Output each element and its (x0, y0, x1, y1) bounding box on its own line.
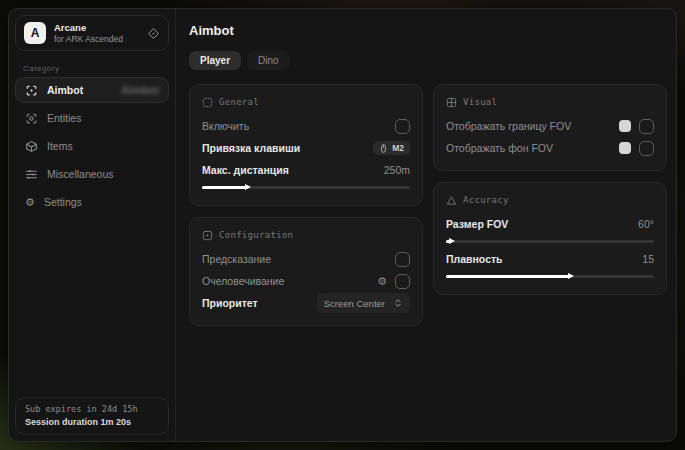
slider-track (446, 240, 654, 243)
crosshair-scan-icon (25, 84, 38, 97)
fov-bg-checkbox[interactable] (639, 141, 654, 156)
tune-box-icon (202, 230, 213, 241)
visual-card: Visual Отображать границу FOV Отображать… (433, 84, 667, 171)
enable-row: Включить (202, 115, 410, 137)
left-column: General Включить Привязка клавиши (189, 84, 423, 326)
smoothness-slider[interactable] (446, 272, 654, 280)
slider-fill (446, 275, 569, 278)
fov-bg-color-swatch[interactable] (619, 142, 631, 154)
app-subtitle: for ARK Ascended (54, 34, 139, 45)
tab-bar: Player Dino (189, 51, 667, 70)
main-content: Aimbot Player Dino General (176, 9, 677, 441)
keybind-row: Привязка клавиши M2 (202, 137, 410, 159)
app-title-block: Arcane for ARK Ascended (54, 22, 139, 45)
sub-expires-text: Sub expires in 24d 15h (25, 404, 159, 414)
ghost-watermark: Aimbot (121, 84, 159, 96)
accuracy-card: Accuracy Размер FOV 60° Плавность (433, 182, 667, 295)
fov-bg-label: Отображать фон FOV (446, 142, 553, 154)
sidebar-item-label: Aimbot (47, 84, 83, 96)
tab-dino[interactable]: Dino (247, 51, 290, 70)
sidebar-item-label: Miscellaneous (47, 168, 114, 180)
slider-fill (446, 240, 450, 243)
triangle-icon (446, 195, 457, 206)
general-card-header: General (202, 94, 410, 110)
fov-size-value: 60° (638, 218, 654, 230)
smoothness-label: Плавность (446, 253, 503, 265)
session-duration-text: Session duration 1m 20s (25, 417, 159, 427)
distance-row: Макс. дистанция 250m (202, 159, 410, 181)
priority-value: Screen Center (324, 298, 385, 309)
entity-scan-icon (25, 112, 38, 125)
sidebar-item-items[interactable]: Items (15, 133, 169, 159)
humanize-row: Очеловечивание ⚙ (202, 270, 410, 292)
enable-checkbox[interactable] (395, 119, 410, 134)
cards-area: General Включить Привязка клавиши (189, 84, 667, 326)
visual-card-header: Visual (446, 94, 654, 110)
keybind-value: M2 (392, 143, 404, 153)
enable-label: Включить (202, 120, 249, 132)
distance-slider[interactable] (202, 183, 410, 191)
fov-border-controls (619, 119, 654, 134)
smoothness-row: Плавность 15 (446, 248, 654, 270)
distance-value: 250m (384, 164, 410, 176)
gear-icon[interactable]: ⚙ (377, 276, 387, 287)
sidebar-item-label: Items (47, 140, 73, 152)
fov-bg-row: Отображать фон FOV (446, 137, 654, 159)
app-window: A Arcane for ARK Ascended Category (8, 8, 677, 442)
humanize-checkbox[interactable] (395, 274, 410, 289)
sidebar-item-entities[interactable]: Entities (15, 105, 169, 131)
accuracy-card-header: Accuracy (446, 192, 654, 208)
chevron-up-down-icon (393, 298, 403, 308)
configuration-card-header: Configuration (202, 227, 410, 243)
slider-thumb (245, 184, 251, 190)
humanize-controls: ⚙ (377, 274, 410, 289)
fov-border-label: Отображать границу FOV (446, 120, 571, 132)
fov-size-slider[interactable] (446, 237, 654, 245)
priority-row: Приоритет Screen Center (202, 292, 410, 314)
prediction-checkbox[interactable] (395, 252, 410, 267)
sidebar-item-label: Settings (44, 196, 82, 208)
visual-card-title: Visual (463, 97, 497, 107)
general-card-title: General (219, 97, 259, 107)
fov-border-row: Отображать границу FOV (446, 115, 654, 137)
fov-border-checkbox[interactable] (639, 119, 654, 134)
gear-icon: ⚙ (25, 197, 35, 208)
fov-bg-controls (619, 141, 654, 156)
keybind-button[interactable]: M2 (373, 141, 410, 155)
app-name: Arcane (54, 22, 139, 34)
accuracy-card-title: Accuracy (463, 195, 509, 205)
sidebar-menu: Aimbot Aimbot Entities Items (15, 77, 169, 215)
configuration-card: Configuration Предсказание Очеловечивани… (189, 217, 423, 326)
grid-icon (446, 97, 457, 108)
sidebar-item-aimbot[interactable]: Aimbot Aimbot (15, 77, 169, 103)
fov-border-color-swatch[interactable] (619, 120, 631, 132)
focus-diamond-icon[interactable] (147, 27, 160, 40)
priority-select[interactable]: Screen Center (317, 293, 410, 313)
priority-label: Приоритет (202, 297, 258, 309)
distance-label: Макс. дистанция (202, 164, 289, 176)
mouse-icon (379, 144, 388, 153)
sidebar: A Arcane for ARK Ascended Category (9, 9, 176, 441)
slider-thumb (568, 273, 574, 279)
app-header: A Arcane for ARK Ascended (15, 15, 169, 51)
page-title: Aimbot (189, 23, 667, 38)
sidebar-item-miscellaneous[interactable]: Miscellaneous (15, 161, 169, 187)
keybind-label: Привязка клавиши (202, 142, 300, 154)
session-info-box: Sub expires in 24d 15h Session duration … (15, 397, 169, 435)
slider-fill (202, 186, 246, 189)
prediction-row: Предсказание (202, 248, 410, 270)
fov-size-row: Размер FOV 60° (446, 213, 654, 235)
humanize-label: Очеловечивание (202, 275, 284, 287)
app-logo: A (24, 22, 46, 44)
tab-player[interactable]: Player (189, 51, 241, 70)
general-card: General Включить Привязка клавиши (189, 84, 423, 206)
sidebar-item-label: Entities (47, 112, 81, 124)
slider-thumb (449, 238, 455, 244)
prediction-label: Предсказание (202, 253, 271, 265)
configuration-card-title: Configuration (219, 230, 293, 240)
sidebar-item-settings[interactable]: ⚙ Settings (15, 189, 169, 215)
fov-size-label: Размер FOV (446, 218, 508, 230)
sliders-icon (25, 168, 38, 181)
target-box-icon (202, 97, 213, 108)
smoothness-value: 15 (642, 253, 654, 265)
